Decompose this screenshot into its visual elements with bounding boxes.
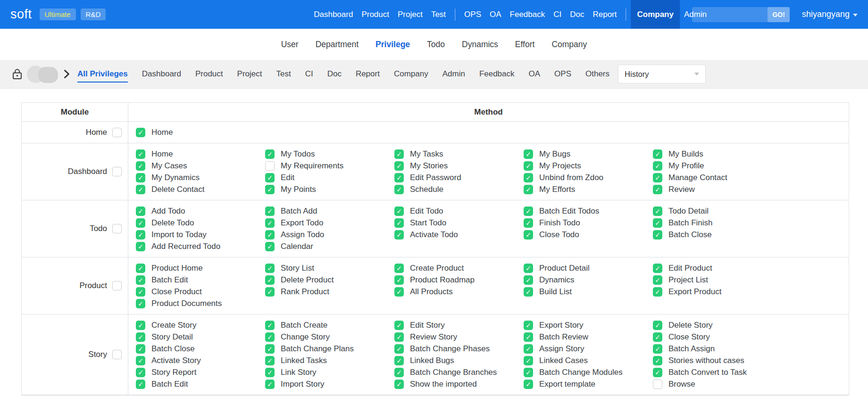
checkbox-delete-product[interactable]: ✓ xyxy=(265,275,275,285)
checkbox-batch-change-phases[interactable]: ✓ xyxy=(394,344,404,354)
checkbox-my-tasks[interactable]: ✓ xyxy=(394,149,404,159)
privilege-tab-admin[interactable]: Admin xyxy=(442,66,465,82)
checkbox-my-efforts[interactable]: ✓ xyxy=(524,185,533,194)
checkbox-product-documents[interactable]: ✓ xyxy=(136,299,145,308)
checkbox-home[interactable]: ✓ xyxy=(136,128,145,137)
subnav-tab-department[interactable]: Department xyxy=(313,38,361,51)
privilege-tab-others[interactable]: Others xyxy=(585,66,609,82)
checkbox-export-template[interactable]: ✓ xyxy=(524,380,533,389)
privilege-tab-dashboard[interactable]: Dashboard xyxy=(142,66,181,82)
checkbox-my-cases[interactable]: ✓ xyxy=(136,161,145,171)
module-checkbox-todo[interactable] xyxy=(112,224,122,233)
checkbox-link-story[interactable]: ✓ xyxy=(265,368,275,377)
checkbox-batch-create[interactable]: ✓ xyxy=(265,321,275,330)
subnav-tab-todo[interactable]: Todo xyxy=(424,38,448,51)
checkbox-unbind-from-zdoo[interactable]: ✓ xyxy=(524,173,533,182)
checkbox-review[interactable]: ✓ xyxy=(653,185,662,194)
checkbox-close-todo[interactable]: ✓ xyxy=(524,230,533,240)
checkbox-linked-cases[interactable]: ✓ xyxy=(524,356,533,365)
checkbox-todo-detail[interactable]: ✓ xyxy=(653,207,662,216)
top-nav-dashboard[interactable]: Dashboard xyxy=(309,0,357,29)
checkbox-my-profile[interactable]: ✓ xyxy=(653,161,662,171)
checkbox-my-points[interactable]: ✓ xyxy=(265,185,275,194)
checkbox-edit-product[interactable]: ✓ xyxy=(653,264,662,273)
top-nav-report[interactable]: Report xyxy=(588,0,621,29)
checkbox-edit-todo[interactable]: ✓ xyxy=(394,207,404,216)
history-select[interactable]: History xyxy=(618,65,706,83)
checkbox-import-to-today[interactable]: ✓ xyxy=(136,230,145,240)
checkbox-close-story[interactable]: ✓ xyxy=(653,332,662,342)
privilege-tab-doc[interactable]: Doc xyxy=(327,66,342,82)
checkbox-add-recurred-todo[interactable]: ✓ xyxy=(136,242,145,251)
checkbox-product-roadmap[interactable]: ✓ xyxy=(394,275,404,285)
privilege-tab-oa[interactable]: OA xyxy=(529,66,541,82)
subnav-tab-effort[interactable]: Effort xyxy=(512,38,538,51)
privilege-tab-report[interactable]: Report xyxy=(356,66,380,82)
checkbox-edit-password[interactable]: ✓ xyxy=(394,173,404,182)
top-nav-ops[interactable]: OPS xyxy=(460,0,485,29)
checkbox-manage-contact[interactable]: ✓ xyxy=(653,173,662,182)
app-logo[interactable]: soft xyxy=(10,7,32,22)
checkbox-batch-edit[interactable]: ✓ xyxy=(136,380,145,389)
user-menu[interactable]: shiyangyang xyxy=(802,9,858,19)
checkbox-linked-bugs[interactable]: ✓ xyxy=(394,356,404,365)
checkbox-my-dynamics[interactable]: ✓ xyxy=(136,173,145,182)
privilege-tab-project[interactable]: Project xyxy=(237,66,262,82)
checkbox-export-product[interactable]: ✓ xyxy=(653,287,662,297)
checkbox-story-list[interactable]: ✓ xyxy=(265,264,275,273)
checkbox-dynamics[interactable]: ✓ xyxy=(524,275,533,285)
checkbox-batch-add[interactable]: ✓ xyxy=(265,207,275,216)
checkbox-show-the-imported[interactable]: ✓ xyxy=(394,380,404,389)
checkbox-rank-product[interactable]: ✓ xyxy=(265,287,275,297)
top-nav-product[interactable]: Product xyxy=(357,0,393,29)
checkbox-batch-finish[interactable]: ✓ xyxy=(653,218,662,228)
subnav-tab-privilege[interactable]: Privilege xyxy=(373,38,413,51)
checkbox-delete-todo[interactable]: ✓ xyxy=(136,218,145,228)
checkbox-batch-review[interactable]: ✓ xyxy=(524,332,533,342)
privilege-tab-product[interactable]: Product xyxy=(195,66,223,82)
checkbox-review-story[interactable]: ✓ xyxy=(394,332,404,342)
checkbox-close-product[interactable]: ✓ xyxy=(136,287,145,297)
checkbox-create-product[interactable]: ✓ xyxy=(394,264,404,273)
top-nav-feedback[interactable]: Feedback xyxy=(506,0,550,29)
checkbox-batch-assign[interactable]: ✓ xyxy=(653,344,662,354)
checkbox-activate-todo[interactable]: ✓ xyxy=(394,230,404,240)
checkbox-my-stories[interactable]: ✓ xyxy=(394,161,404,171)
top-nav-admin[interactable]: Admin xyxy=(680,0,711,29)
checkbox-my-builds[interactable]: ✓ xyxy=(653,149,662,159)
checkbox-batch-change-plans[interactable]: ✓ xyxy=(265,344,275,354)
checkbox-project-list[interactable]: ✓ xyxy=(653,275,662,285)
checkbox-my-projects[interactable]: ✓ xyxy=(524,161,533,171)
checkbox-calendar[interactable]: ✓ xyxy=(265,242,275,251)
subnav-tab-user[interactable]: User xyxy=(278,38,301,51)
privilege-tab-company[interactable]: Company xyxy=(394,66,428,82)
checkbox-delete-story[interactable]: ✓ xyxy=(653,321,662,330)
module-checkbox-product[interactable] xyxy=(112,281,122,290)
checkbox-all-products[interactable]: ✓ xyxy=(394,287,404,297)
checkbox-stories-without-cases[interactable]: ✓ xyxy=(653,356,662,365)
top-nav-test[interactable]: Test xyxy=(427,0,450,29)
checkbox-build-list[interactable]: ✓ xyxy=(524,287,533,297)
checkbox-assign-story[interactable]: ✓ xyxy=(524,344,533,354)
checkbox-home[interactable]: ✓ xyxy=(136,149,145,159)
checkbox-import-story[interactable]: ✓ xyxy=(265,380,275,389)
top-nav-company[interactable]: Company xyxy=(631,0,679,29)
module-checkbox-dashboard[interactable] xyxy=(112,167,122,176)
checkbox-my-bugs[interactable]: ✓ xyxy=(524,149,533,159)
checkbox-assign-todo[interactable]: ✓ xyxy=(265,230,275,240)
module-checkbox-home[interactable] xyxy=(112,128,122,137)
checkbox-edit-story[interactable]: ✓ xyxy=(394,321,404,330)
checkbox-product-detail[interactable]: ✓ xyxy=(524,264,533,273)
checkbox-export-story[interactable]: ✓ xyxy=(524,321,533,330)
checkbox-finish-todo[interactable]: ✓ xyxy=(524,218,533,228)
checkbox-batch-change-branches[interactable]: ✓ xyxy=(394,368,404,377)
privilege-tab-ci[interactable]: CI xyxy=(305,66,313,82)
checkbox-add-todo[interactable]: ✓ xyxy=(136,207,145,216)
checkbox-change-story[interactable]: ✓ xyxy=(265,332,275,342)
checkbox-schedule[interactable]: ✓ xyxy=(394,185,404,194)
privilege-tab-ops[interactable]: OPS xyxy=(554,66,571,82)
top-nav-ci[interactable]: CI xyxy=(549,0,566,29)
checkbox-start-todo[interactable]: ✓ xyxy=(394,218,404,228)
checkbox-delete-contact[interactable]: ✓ xyxy=(136,185,145,194)
checkbox-my-todos[interactable]: ✓ xyxy=(265,149,275,159)
